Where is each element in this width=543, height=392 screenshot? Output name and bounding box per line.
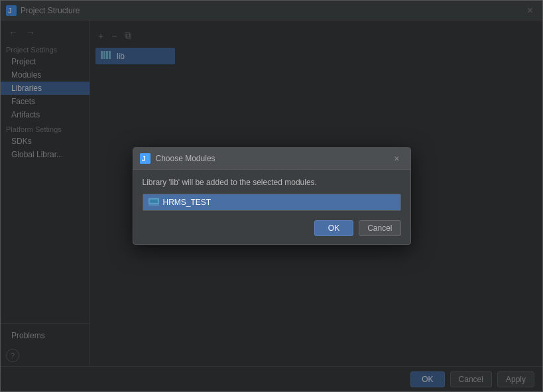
module-item-hrms-test[interactable]: HRMS_TEST (143, 194, 400, 210)
modal-title-bar: J Choose Modules × (133, 148, 410, 170)
modal-title: Choose Modules (156, 154, 385, 163)
modal-icon: J (140, 153, 151, 164)
modal-overlay: J Choose Modules × Library 'lib' will be… (1, 1, 542, 391)
modal-cancel-button[interactable]: Cancel (359, 220, 400, 236)
modal-message: Library 'lib' will be added to the selec… (143, 178, 401, 187)
module-icon (149, 198, 159, 206)
choose-modules-dialog: J Choose Modules × Library 'lib' will be… (133, 147, 411, 245)
modal-body: Library 'lib' will be added to the selec… (133, 170, 410, 244)
main-window: J Project Structure × ← → Project Settin… (0, 0, 543, 392)
svg-rect-9 (149, 200, 157, 203)
modal-ok-button[interactable]: OK (314, 220, 353, 236)
modal-close-button[interactable]: × (390, 152, 403, 165)
module-list: HRMS_TEST (143, 194, 401, 211)
svg-rect-10 (149, 204, 159, 206)
module-name: HRMS_TEST (163, 198, 211, 207)
modal-buttons: OK Cancel (143, 220, 401, 236)
svg-text:J: J (142, 155, 146, 163)
